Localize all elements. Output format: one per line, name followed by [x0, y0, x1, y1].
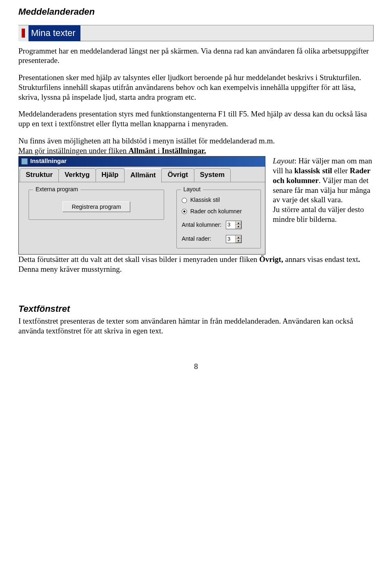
radio-rader-kolumner-dot[interactable] — [182, 209, 187, 214]
tab-system[interactable]: System — [194, 168, 231, 182]
settings-left-panel: Externa program Registrera program — [19, 182, 170, 254]
radio-rader-kolumner-label: Rader och kolumner — [190, 208, 242, 215]
side-bold1: klassisk stil — [294, 166, 332, 175]
rader-spinner-buttons: ▲ ▼ — [235, 235, 241, 243]
kolumner-spinner-buttons: ▲ ▼ — [235, 221, 241, 228]
settings-window: Inställningar Struktur Verktyg Hjälp All… — [18, 156, 265, 255]
mina-texter-icon — [18, 25, 29, 41]
antal-kolumner-label: Antal kolumner: — [182, 221, 226, 229]
radio-rader-kolumner[interactable]: Rader och kolumner — [182, 208, 256, 215]
mina-texter-bar: Mina texter — [18, 25, 374, 41]
settings-title: Inställningar — [30, 157, 67, 165]
mina-texter-label: Mina texter — [29, 25, 80, 41]
registrera-program-button[interactable]: Registrera program — [62, 201, 131, 212]
kolumner-value[interactable]: 3 — [226, 221, 235, 228]
page-number: 8 — [18, 362, 374, 371]
cont-post: annars visas endast text — [283, 255, 358, 264]
radio-klassisk-dot[interactable] — [182, 198, 187, 203]
rader-value[interactable]: 3 — [226, 235, 235, 243]
cont-tail: Denna meny kräver musstyrning. — [18, 265, 122, 273]
mina-texter-spacer — [80, 25, 374, 41]
paragraph-3: Meddelanderadens presentation styrs med … — [18, 109, 374, 129]
settings-right-panel: Layout Klassisk stil Rader och kolumner … — [170, 182, 265, 254]
tab-hjalp[interactable]: Hjälp — [96, 168, 125, 182]
para4-bold2: Inställningar. — [162, 146, 206, 155]
antal-rader-label: Antal rader: — [182, 235, 226, 243]
tab-verktyg[interactable]: Verktyg — [58, 168, 96, 182]
antal-rader-row: Antal rader: 3 ▲ ▼ — [182, 235, 256, 243]
rader-down-icon[interactable]: ▼ — [236, 239, 241, 243]
externa-program-legend: Externa program — [33, 186, 80, 193]
tab-struktur[interactable]: Struktur — [20, 168, 59, 182]
tab-ovrigt[interactable]: Övrigt — [161, 168, 194, 182]
para4-pre: Man gör inställningen under fliken — [18, 146, 129, 155]
side-line1b: eller — [332, 166, 350, 175]
paragraph-1: Programmet har en meddelanderad längst n… — [18, 46, 374, 66]
rader-spinner[interactable]: 3 ▲ ▼ — [226, 235, 242, 243]
paragraph-2: Presentationen sker med hjälp av talsynt… — [18, 73, 374, 102]
radio-klassisk[interactable]: Klassisk stil — [182, 197, 256, 204]
meddelanderaden-heading: Meddelanderaden — [18, 6, 374, 18]
cont-pre: Detta förutsätter att du valt att det sk… — [18, 255, 259, 264]
tab-allmant[interactable]: Allmänt — [124, 168, 162, 183]
paragraph-4b: Man gör inställningen under fliken Allmä… — [18, 146, 374, 156]
textfonstret-heading: Textfönstret — [18, 303, 374, 315]
continuation-paragraph: Detta förutsätter att du valt att det sk… — [18, 255, 374, 274]
para4-mid: i — [156, 146, 162, 155]
settings-and-side: Inställningar Struktur Verktyg Hjälp All… — [18, 156, 374, 255]
radio-klassisk-label: Klassisk stil — [190, 197, 220, 204]
cont-bold: Övrigt, — [259, 255, 283, 264]
settings-tab-strip: Struktur Verktyg Hjälp Allmänt Övrigt Sy… — [19, 167, 265, 182]
externa-program-fieldset: Externa program Registrera program — [29, 190, 164, 220]
cont-bold2: . — [358, 255, 360, 264]
rader-up-icon[interactable]: ▲ — [236, 235, 241, 239]
kolumner-down-icon[interactable]: ▼ — [236, 225, 241, 228]
para4-bold1: Allmänt — [129, 146, 156, 155]
textfonstret-paragraph: I textfönstret presenteras de texter som… — [18, 316, 374, 336]
layout-side-text: Layout: Här väljer man om man vill ha kl… — [265, 156, 374, 224]
antal-kolumner-row: Antal kolumner: 3 ▲ ▼ — [182, 221, 256, 229]
kolumner-up-icon[interactable]: ▲ — [236, 221, 241, 225]
side-layout-label: Layout — [273, 157, 294, 165]
kolumner-spinner[interactable]: 3 ▲ ▼ — [226, 221, 242, 229]
settings-titlebar: Inställningar — [19, 157, 265, 167]
side-line3: Ju större antal du väljer desto mindre b… — [273, 205, 364, 224]
layout-legend: Layout — [181, 186, 203, 193]
settings-tab-body: Externa program Registrera program Layou… — [19, 182, 265, 254]
layout-fieldset: Layout Klassisk stil Rader och kolumner … — [176, 190, 261, 248]
settings-titlebar-icon — [21, 158, 28, 165]
paragraph-4a: Nu finns även möjligheten att ha bildstö… — [18, 136, 374, 146]
